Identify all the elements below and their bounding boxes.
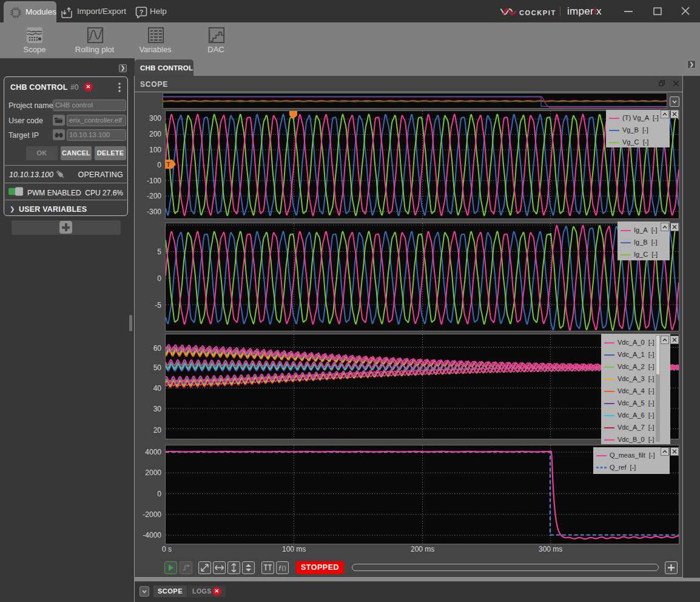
svg-text:(): () [282,565,287,571]
svg-text:f: f [279,564,281,572]
svg-text:?: ? [140,8,144,16]
svg-text:T: T [166,161,170,168]
